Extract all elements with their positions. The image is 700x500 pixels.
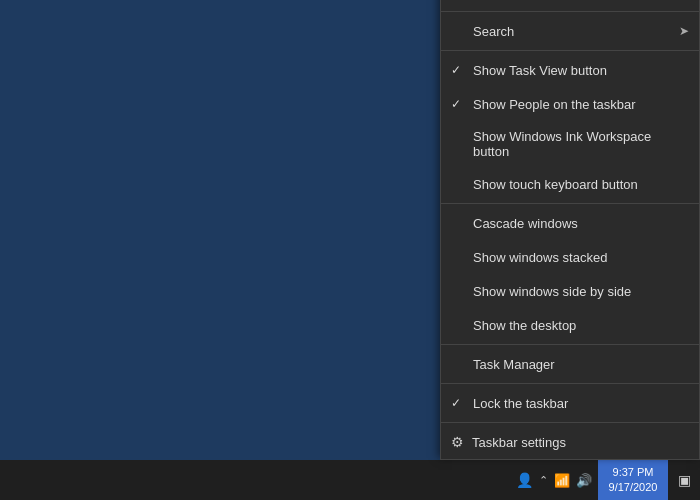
menu-item-label: Show People on the taskbar (473, 97, 636, 112)
menu-item-label: Show Task View button (473, 63, 607, 78)
notification-center-button[interactable]: ▣ (668, 460, 700, 500)
menu-item-lock-taskbar[interactable]: ✓Lock the taskbar (441, 386, 699, 420)
menu-item-label: Show windows side by side (473, 284, 631, 299)
menu-item-label: Cascade windows (473, 216, 578, 231)
separator-separator4 (441, 50, 699, 51)
clock-time: 9:37 PM (613, 465, 654, 480)
separator-separator3 (441, 11, 699, 12)
menu-item-search[interactable]: Search➤ (441, 14, 699, 48)
taskbar: 👤 ⌃ 📶 🔊 9:37 PM 9/17/2020 ▣ (0, 460, 700, 500)
menu-item-label: Taskbar settings (472, 435, 566, 450)
menu-item-show-side-by-side[interactable]: Show windows side by side (441, 274, 699, 308)
taskbar-clock[interactable]: 9:37 PM 9/17/2020 (598, 460, 668, 500)
volume-icon[interactable]: 🔊 (576, 473, 592, 488)
separator-separator7 (441, 383, 699, 384)
clock-date: 9/17/2020 (609, 480, 658, 495)
menu-item-show-touch-keyboard[interactable]: Show touch keyboard button (441, 167, 699, 201)
checkmark-icon: ✓ (451, 97, 461, 111)
chevron-up-icon[interactable]: ⌃ (539, 474, 548, 487)
checkmark-icon: ✓ (451, 396, 461, 410)
menu-item-show-ink[interactable]: Show Windows Ink Workspace button (441, 121, 699, 167)
menu-item-label: Task Manager (473, 357, 555, 372)
menu-item-taskbar-settings[interactable]: ⚙Taskbar settings (441, 425, 699, 459)
menu-item-show-people[interactable]: ✓Show People on the taskbar (441, 87, 699, 121)
checkmark-icon: ✓ (451, 63, 461, 77)
menu-item-show-desktop[interactable]: Show the desktop (441, 308, 699, 342)
menu-item-label: Show windows stacked (473, 250, 607, 265)
submenu-arrow-icon: ➤ (679, 24, 689, 38)
menu-item-show-stacked[interactable]: Show windows stacked (441, 240, 699, 274)
menu-item-customize-notifications[interactable]: Customize notification icons (441, 0, 699, 9)
network-icon[interactable]: 📶 (554, 473, 570, 488)
menu-item-label: Search (473, 24, 514, 39)
menu-item-show-taskview[interactable]: ✓Show Task View button (441, 53, 699, 87)
menu-item-label: Show Windows Ink Workspace button (473, 129, 683, 159)
menu-item-label: Lock the taskbar (473, 396, 568, 411)
system-tray-icons: 👤 ⌃ 📶 🔊 (510, 472, 598, 488)
menu-item-task-manager[interactable]: Task Manager (441, 347, 699, 381)
menu-item-cascade-windows[interactable]: Cascade windows (441, 206, 699, 240)
separator-separator5 (441, 203, 699, 204)
person-icon[interactable]: 👤 (516, 472, 533, 488)
menu-item-label: Show the desktop (473, 318, 576, 333)
taskbar-right: 👤 ⌃ 📶 🔊 9:37 PM 9/17/2020 ▣ (510, 460, 700, 500)
desktop: Toolbars➤Adjust date/timeCustomize notif… (0, 0, 700, 500)
separator-separator6 (441, 344, 699, 345)
gear-icon: ⚙ (451, 434, 464, 450)
context-menu: Toolbars➤Adjust date/timeCustomize notif… (440, 0, 700, 460)
separator-separator8 (441, 422, 699, 423)
menu-item-label: Show touch keyboard button (473, 177, 638, 192)
